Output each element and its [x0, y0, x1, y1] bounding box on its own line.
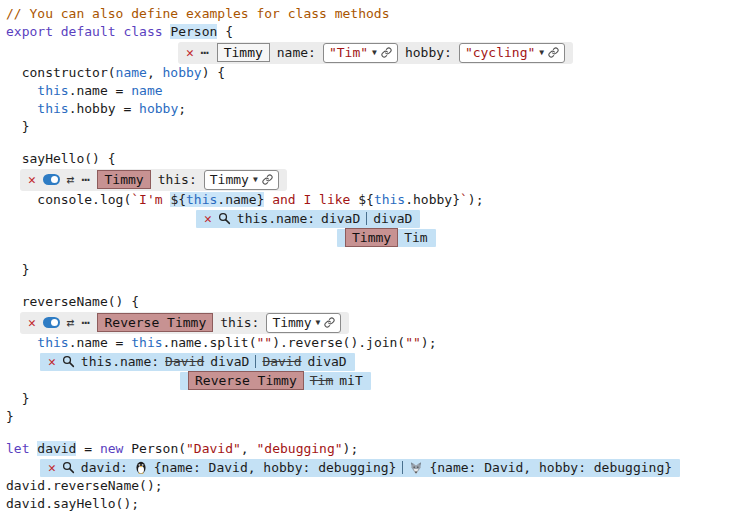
code-token: }	[6, 409, 14, 424]
dropdown-value: "Tim"	[329, 45, 368, 60]
code-token: ""	[405, 335, 421, 350]
code-token: .name =	[69, 83, 132, 98]
code-token: ${	[170, 192, 186, 207]
code-line-reverse-logic: this.name = this.name.split("").reverse(…	[6, 334, 749, 352]
chevron-down-icon: ▼	[253, 175, 258, 184]
example-name-chip[interactable]: Reverse Timmy	[188, 371, 304, 390]
sayhello-result-tooltip: ✕ this.name: divaD divaD	[196, 210, 420, 228]
code-line-console-log: console.log(`I'm ${this.name} and I like…	[6, 191, 749, 209]
class-example-widget: ✕ ⋯ Timmy name: "Tim" ▼ hobby: "cycling"…	[178, 42, 573, 64]
close-icon[interactable]: ✕	[204, 212, 212, 225]
blank-line	[6, 247, 749, 261]
code-token: and I like	[264, 192, 358, 207]
chevron-down-icon: ▼	[539, 48, 544, 57]
code-token: david.sayHello();	[6, 496, 139, 511]
dropdown-value: Timmy	[210, 172, 249, 187]
code-token: let	[6, 441, 37, 456]
reversename-example-value-tooltip: Reverse Timmy Tim miT	[180, 372, 371, 390]
code-line-constructor: constructor(name, hobby) {	[6, 64, 749, 82]
result-value-right: divaD	[308, 354, 347, 369]
code-token: hobby	[163, 65, 202, 80]
this-dropdown[interactable]: Timmy ▼	[204, 170, 279, 190]
code-token: name	[131, 83, 162, 98]
example-name-chip[interactable]: Timmy	[345, 228, 398, 247]
sayhello-example-value-tooltip: Timmy Tim	[337, 229, 436, 247]
sayhello-example-widget: ✕ ⇄ ⋯ Timmy this: Timmy ▼	[20, 169, 287, 191]
blank-line	[6, 136, 749, 150]
this-dropdown[interactable]: Timmy ▼	[266, 313, 341, 333]
result-value-left: divaD	[321, 211, 360, 226]
code-line: }	[6, 390, 749, 408]
more-icon[interactable]: ⋯	[82, 316, 91, 329]
link-icon[interactable]	[324, 317, 335, 328]
divider	[255, 355, 256, 368]
this-label: this:	[158, 172, 197, 187]
reversename-example-row: ✕ ⇄ ⋯ Reverse Timmy this: Timmy ▼	[6, 311, 749, 334]
code-token: ${	[358, 192, 374, 207]
param-name-label: name:	[277, 45, 316, 60]
result-label: this.name:	[81, 354, 159, 369]
code-token: .hobby =	[69, 101, 139, 116]
magnifier-icon[interactable]	[218, 212, 231, 225]
code-token: ,	[241, 441, 257, 456]
link-icon[interactable]	[548, 47, 559, 58]
class-example-row: ✕ ⋯ Timmy name: "Tim" ▼ hobby: "cycling"…	[6, 41, 749, 64]
code-token: }	[6, 119, 29, 134]
code-token: =	[76, 441, 99, 456]
code-token: // You can also define examples for clas…	[6, 6, 390, 21]
code-token: "debugging"	[257, 441, 343, 456]
magnifier-icon[interactable]	[62, 355, 75, 368]
code-token: export default class	[6, 24, 170, 39]
more-icon[interactable]: ⋯	[201, 46, 210, 59]
result-label: this.name:	[237, 211, 315, 226]
code-token: ,	[147, 65, 163, 80]
link-icon[interactable]	[381, 47, 392, 58]
code-token: }	[6, 262, 29, 277]
close-icon[interactable]: ✕	[28, 173, 36, 186]
close-icon[interactable]: ✕	[48, 355, 56, 368]
reversename-result-tooltip: ✕ this.name: David divaD David divaD	[40, 353, 355, 371]
code-token: .name.split(	[163, 335, 257, 350]
param-hobby-dropdown[interactable]: "cycling" ▼	[459, 43, 565, 63]
code-line-comment: // You can also define examples for clas…	[6, 5, 749, 23]
swap-icon[interactable]: ⇄	[67, 173, 75, 186]
magnifier-icon[interactable]	[62, 461, 75, 474]
code-token: );	[343, 441, 359, 456]
result-value-right: divaD	[373, 211, 412, 226]
param-name-dropdown[interactable]: "Tim" ▼	[323, 43, 398, 63]
close-icon[interactable]: ✕	[186, 46, 194, 59]
code-token: `I'm	[131, 192, 170, 207]
code-token: constructor(	[6, 65, 116, 80]
toggle-icon[interactable]	[43, 317, 60, 328]
close-icon[interactable]: ✕	[28, 316, 36, 329]
code-line-reversename: reverseName() {	[6, 293, 749, 311]
example-name-chip[interactable]: Timmy	[217, 43, 270, 62]
sayhello-result-row: ✕ this.name: divaD divaD	[6, 209, 749, 228]
penguin-runtime-icon	[134, 460, 148, 475]
code-token: );	[468, 192, 484, 207]
example-name-chip[interactable]: Timmy	[97, 170, 150, 189]
more-icon[interactable]: ⋯	[82, 173, 91, 186]
code-token: ) {	[202, 65, 225, 80]
code-line-class-declaration: export default class Person {	[6, 23, 749, 41]
reversename-result-row: ✕ this.name: David divaD David divaD	[6, 352, 749, 371]
code-token: this	[37, 101, 68, 116]
code-token: .hobby}	[405, 192, 460, 207]
code-line: }	[6, 408, 749, 426]
code-token: this	[37, 335, 68, 350]
code-token: this	[37, 83, 68, 98]
code-token: `	[460, 192, 468, 207]
code-line: this.name = name	[6, 82, 749, 100]
blank-line	[6, 279, 749, 293]
example-name-chip[interactable]: Reverse Timmy	[97, 313, 213, 332]
code-token: );	[421, 335, 437, 350]
code-token: }	[6, 391, 29, 406]
result-value-right: {name: David, hobby: debugging}	[429, 460, 672, 475]
close-icon[interactable]: ✕	[48, 461, 56, 474]
swap-icon[interactable]: ⇄	[67, 316, 75, 329]
david-result-tooltip: ✕ david: {name: David, hobby: debugging}…	[40, 459, 680, 477]
toggle-icon[interactable]	[43, 174, 60, 185]
sayhello-example-value-row: Timmy Tim	[6, 228, 749, 247]
link-icon[interactable]	[262, 174, 273, 185]
dropdown-value: "cycling"	[465, 45, 535, 60]
